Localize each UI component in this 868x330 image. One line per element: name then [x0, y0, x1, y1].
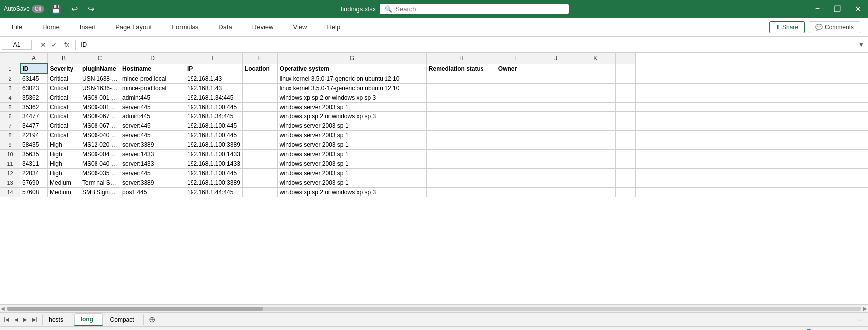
search-input[interactable]	[395, 5, 564, 13]
table-cell[interactable]	[242, 74, 277, 84]
table-cell[interactable]	[496, 188, 536, 197]
table-cell[interactable]: windows server 2003 sp 1	[277, 150, 426, 159]
table-cell[interactable]	[536, 93, 576, 103]
table-cell[interactable]	[536, 84, 576, 93]
table-cell[interactable]	[536, 103, 576, 112]
col-header-a[interactable]: A	[20, 53, 48, 64]
table-cell[interactable]	[536, 112, 576, 121]
table-cell[interactable]	[615, 74, 635, 84]
table-cell[interactable]	[576, 84, 615, 93]
table-cell[interactable]	[242, 112, 277, 121]
table-cell[interactable]	[536, 121, 576, 131]
table-cell[interactable]: Terminal S…	[80, 178, 120, 188]
sheet-scroll-left[interactable]: ◀	[12, 316, 20, 323]
table-cell[interactable]: 192.168.1.100:445	[185, 169, 243, 178]
normal-view-button[interactable]: ⊞	[759, 328, 765, 330]
table-cell[interactable]	[496, 121, 536, 131]
table-cell[interactable]	[615, 64, 635, 74]
table-cell[interactable]	[242, 159, 277, 169]
table-cell[interactable]: windows server 2003 sp 1	[277, 140, 426, 150]
table-cell[interactable]: Medium	[48, 178, 80, 188]
sheet-scroll-last[interactable]: ▶|	[30, 316, 40, 323]
table-cell[interactable]	[615, 121, 635, 131]
table-cell[interactable]	[576, 93, 615, 103]
autosave-toggle[interactable]: Off	[32, 5, 44, 13]
table-cell[interactable]: ID	[20, 64, 48, 74]
table-cell[interactable]	[426, 121, 496, 131]
table-cell[interactable]	[426, 112, 496, 121]
sheet-tab-compact[interactable]: Compact_	[104, 314, 144, 325]
col-header-f[interactable]: F	[242, 53, 277, 64]
table-cell[interactable]: Owner	[496, 64, 536, 74]
table-cell[interactable]: 192.168.1.100:3389	[185, 178, 243, 188]
tab-formulas[interactable]: Formulas	[168, 21, 202, 33]
tab-insert[interactable]: Insert	[76, 21, 100, 33]
table-cell[interactable]: 34477	[20, 112, 48, 121]
table-cell[interactable]	[615, 140, 635, 150]
table-cell[interactable]: admin:445	[120, 93, 185, 103]
table-cell[interactable]: 63145	[20, 74, 48, 84]
table-cell[interactable]	[615, 112, 635, 121]
table-cell[interactable]: server:3389	[120, 140, 185, 150]
table-cell[interactable]: linux kernel 3.5.0-17-generic on ubuntu …	[277, 74, 426, 84]
table-cell[interactable]: Critical	[48, 93, 80, 103]
tab-home[interactable]: Home	[38, 21, 64, 33]
table-cell[interactable]: Operative system	[277, 64, 426, 74]
table-cell[interactable]	[496, 112, 536, 121]
table-cell[interactable]	[496, 169, 536, 178]
col-header-h[interactable]: H	[426, 53, 496, 64]
sheet-scroll-right[interactable]: ▶	[21, 316, 29, 323]
function-icon[interactable]: fx	[61, 40, 72, 49]
table-cell[interactable]	[576, 121, 615, 131]
table-cell[interactable]: 57608	[20, 188, 48, 197]
formula-expand-button[interactable]: ▼	[856, 40, 866, 49]
table-cell[interactable]	[615, 178, 635, 188]
sheet-area[interactable]: A B C D E F G H I J K 1IDSeveritypluginN…	[0, 53, 868, 304]
table-cell[interactable]: 34477	[20, 121, 48, 131]
table-cell[interactable]	[615, 93, 635, 103]
table-cell[interactable]: IP	[185, 64, 243, 74]
table-cell[interactable]: Critical	[48, 131, 80, 140]
table-cell[interactable]	[242, 103, 277, 112]
table-cell[interactable]	[426, 178, 496, 188]
table-cell[interactable]	[496, 131, 536, 140]
table-cell[interactable]: server:445	[120, 169, 185, 178]
table-cell[interactable]: 192.168.1.100:445	[185, 121, 243, 131]
comments-button[interactable]: 💬 Comments	[809, 21, 860, 33]
table-cell[interactable]	[615, 103, 635, 112]
table-cell[interactable]: linux kernel 3.5.0-17-generic on ubuntu …	[277, 84, 426, 93]
table-cell[interactable]: MS06-040 …	[80, 131, 120, 140]
zoom-slider[interactable]	[797, 329, 837, 330]
page-break-view-button[interactable]: ⊠	[779, 328, 786, 330]
table-cell[interactable]	[536, 178, 576, 188]
table-cell[interactable]: 35362	[20, 93, 48, 103]
table-cell[interactable]	[426, 74, 496, 84]
table-cell[interactable]	[576, 150, 615, 159]
col-header-k[interactable]: K	[576, 53, 615, 64]
tab-review[interactable]: Review	[248, 21, 278, 33]
table-cell[interactable]	[496, 84, 536, 93]
table-cell[interactable]	[576, 74, 615, 84]
table-cell[interactable]: Severity	[48, 64, 80, 74]
table-cell[interactable]: 22194	[20, 131, 48, 140]
table-cell[interactable]: 192.168.1.100:1433	[185, 159, 243, 169]
table-cell[interactable]: admin:445	[120, 112, 185, 121]
table-cell[interactable]	[536, 150, 576, 159]
table-cell[interactable]	[576, 159, 615, 169]
table-cell[interactable]: pos1:445	[120, 188, 185, 197]
table-cell[interactable]	[615, 188, 635, 197]
table-cell[interactable]	[615, 169, 635, 178]
table-cell[interactable]: 192.168.1.44:445	[185, 188, 243, 197]
table-cell[interactable]: pluginName	[80, 64, 120, 74]
table-cell[interactable]: 192.168.1.43	[185, 74, 243, 84]
table-cell[interactable]: 34311	[20, 159, 48, 169]
table-cell[interactable]: MS09-001 …	[80, 103, 120, 112]
table-cell[interactable]: windows xp sp 2 or windows xp sp 3	[277, 93, 426, 103]
table-cell[interactable]	[242, 140, 277, 150]
table-cell[interactable]	[536, 159, 576, 169]
add-sheet-button[interactable]: ⊕	[145, 315, 159, 324]
table-cell[interactable]: High	[48, 150, 80, 159]
table-cell[interactable]: MS06-035 …	[80, 169, 120, 178]
formula-input[interactable]	[79, 40, 854, 49]
table-cell[interactable]: windows server 2003 sp 1	[277, 159, 426, 169]
